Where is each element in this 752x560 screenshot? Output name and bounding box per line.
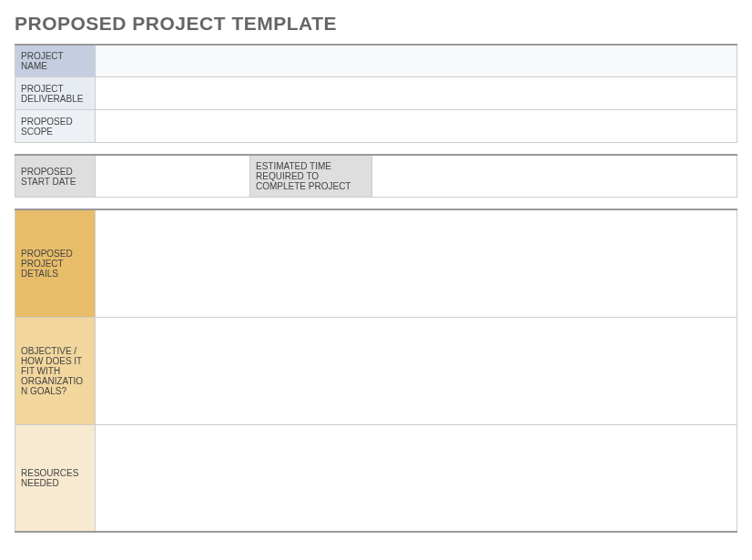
objective-value[interactable]: [96, 317, 737, 424]
start-date-value[interactable]: [96, 155, 250, 198]
start-date-label: PROPOSED START DATE: [15, 155, 96, 198]
resources-label: RESOURCES NEEDED: [15, 424, 96, 532]
project-deliverable-value[interactable]: [96, 77, 737, 110]
est-time-value[interactable]: [372, 155, 737, 198]
resources-value[interactable]: [96, 424, 737, 532]
proposed-details-label: PROPOSED PROJECT DETAILS: [15, 209, 96, 317]
project-name-label: PROJECT NAME: [15, 45, 96, 77]
page-title: PROPOSED PROJECT TEMPLATE: [15, 13, 737, 35]
project-name-value[interactable]: [96, 45, 737, 77]
project-info-table: PROJECT NAME PROJECT DELIVERABLE PROPOSE…: [15, 44, 737, 143]
proposed-details-value[interactable]: [96, 209, 737, 317]
est-time-label: ESTIMATED TIME REQUIRED TO COMPLETE PROJ…: [250, 155, 372, 198]
objective-label: OBJECTIVE / HOW DOES IT FIT WITH ORGANIZ…: [15, 317, 96, 424]
proposed-scope-value[interactable]: [96, 110, 737, 143]
details-table: PROPOSED PROJECT DETAILS OBJECTIVE / HOW…: [15, 209, 737, 533]
timeline-table: PROPOSED START DATE ESTIMATED TIME REQUI…: [15, 154, 737, 198]
proposed-scope-label: PROPOSED SCOPE: [15, 110, 96, 143]
project-deliverable-label: PROJECT DELIVERABLE: [15, 77, 96, 110]
